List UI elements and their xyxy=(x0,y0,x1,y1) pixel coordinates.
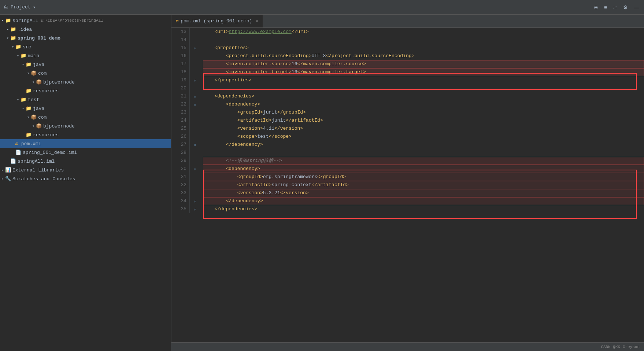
arrow-com: ▾ xyxy=(26,71,31,75)
icon-settings[interactable]: ⚙ xyxy=(622,4,629,11)
code-line-19: </properties> xyxy=(203,76,644,84)
arrow-idea: ▸ xyxy=(5,27,10,32)
code-line-28 xyxy=(203,149,644,157)
code-line-32: <artifactId>spring-context</artifactId> xyxy=(203,181,644,189)
title-bar: 🗂 Project ▾ ⊕ ≡ ⇌ ⚙ — xyxy=(0,0,644,15)
tree-item-com[interactable]: ▾ 📦 com xyxy=(0,69,171,78)
label-test-bjpowernode: bjpowernode xyxy=(43,123,75,129)
ln-31: 31 xyxy=(174,173,186,181)
tree-item-test-resources[interactable]: 📁 resources xyxy=(0,130,171,139)
ln-29: 29 xyxy=(174,157,186,165)
code-editor-wrapper: 13 14 15 16 17 18 19 20 21 22 23 24 25 2… xyxy=(171,28,644,342)
ln-28: 28 xyxy=(174,149,186,157)
tree-item-idea[interactable]: ▸ 📁 .idea xyxy=(0,25,171,34)
window-icon: 🗂 xyxy=(4,4,8,10)
tree-item-scratches[interactable]: ▸ 🔧 Scratches and Consoles xyxy=(0,174,171,183)
editor-area: m pom.xml (spring_001_demo) ✕ 13 14 15 1… xyxy=(171,15,644,351)
code-line-23: <groupId>junit</groupId> xyxy=(203,108,644,117)
code-content: 13 14 15 16 17 18 19 20 21 22 23 24 25 2… xyxy=(171,28,644,213)
code-line-35: </dependencies> xyxy=(203,205,644,213)
folder-icon-test-resources: 📁 xyxy=(26,132,32,138)
tree-item-java[interactable]: ▾ 📁 java xyxy=(0,60,171,69)
tab-label: pom.xml (spring_001_demo) xyxy=(181,18,252,24)
code-line-33: <version>5.3.21</version> xyxy=(203,189,644,197)
tree-item-spring001demo[interactable]: ▾ 📁 spring_001_demo xyxy=(0,34,171,43)
tree-item-bjpowernode[interactable]: ▾ 📦 bjpowernode xyxy=(0,78,171,86)
gutter-icon-19[interactable]: ⬦ xyxy=(190,76,200,84)
tree-item-spring001demo-iml[interactable]: 📄 spring_001_demo.iml xyxy=(0,148,171,157)
tree-item-springall[interactable]: ▾ 📁 springAll E:\IDEA\Projects\springAll xyxy=(0,16,171,25)
arrow-test: ▾ xyxy=(15,97,21,102)
label-main: main xyxy=(28,53,39,59)
line-numbers: 13 14 15 16 17 18 19 20 21 22 23 24 25 2… xyxy=(171,28,190,213)
label-springall: springAll xyxy=(12,18,38,23)
tree-item-test-bjpowernode[interactable]: ▾ 📦 bjpowernode xyxy=(0,122,171,130)
tab-bar: m pom.xml (spring_001_demo) ✕ xyxy=(171,15,644,28)
tree-item-pom-xml[interactable]: m pom.xml xyxy=(0,139,171,148)
title-bar-controls: ⊕ ≡ ⇌ ⚙ — xyxy=(592,4,640,11)
gutter-icon-15[interactable]: ⬦ xyxy=(190,44,200,52)
arrow-main: ▾ xyxy=(15,53,21,58)
code-line-16: <project.build.sourceEncoding>UTF-8</pro… xyxy=(203,52,644,60)
label-idea: .idea xyxy=(18,27,32,32)
project-tree: ▾ 📁 springAll E:\IDEA\Projects\springAll… xyxy=(0,15,171,351)
arrow-test-bjpowernode: ▾ xyxy=(31,124,36,128)
folder-icon-test: 📁 xyxy=(21,97,26,103)
folder-icon-spring001demo: 📁 xyxy=(10,35,16,41)
code-editor[interactable]: 13 14 15 16 17 18 19 20 21 22 23 24 25 2… xyxy=(171,28,644,213)
label-test-java: java xyxy=(33,106,44,111)
project-dropdown-icon[interactable]: ▾ xyxy=(33,4,36,10)
code-line-31: <groupId>org.springframework</groupId> xyxy=(203,173,644,181)
icon-minimize[interactable]: — xyxy=(632,4,640,11)
code-line-30: <dependency> xyxy=(203,165,644,173)
tab-pom-xml[interactable]: m pom.xml (spring_001_demo) ✕ xyxy=(171,15,263,27)
tree-item-test-com[interactable]: ▾ 📦 com xyxy=(0,113,171,122)
icon-locate[interactable]: ⊕ xyxy=(592,4,600,11)
tree-item-src[interactable]: ▾ 📁 src xyxy=(0,43,171,51)
main-layout: ▾ 📁 springAll E:\IDEA\Projects\springAll… xyxy=(0,15,644,351)
code-line-34: </dependency> xyxy=(203,197,644,205)
tree-item-test[interactable]: ▾ 📁 test xyxy=(0,95,171,104)
package-icon-com: 📦 xyxy=(31,70,37,76)
gutter-icon-22[interactable]: ⬦ xyxy=(190,100,200,108)
folder-icon-springall: 📁 xyxy=(5,18,11,23)
gutter-icon-34[interactable]: ⬦ xyxy=(190,197,200,205)
label-spring001demo: spring_001_demo xyxy=(18,36,60,41)
gutter-icon-27[interactable]: ⬦ xyxy=(190,141,200,149)
label-scratches: Scratches and Consoles xyxy=(12,176,75,182)
ln-24: 24 xyxy=(174,117,186,125)
ln-25: 25 xyxy=(174,125,186,133)
title-bar-left: 🗂 Project ▾ xyxy=(4,4,36,10)
tree-item-main[interactable]: ▾ 📁 main xyxy=(0,51,171,60)
tab-close-btn[interactable]: ✕ xyxy=(256,19,258,23)
watermark: CSDN @KK-Greyson xyxy=(601,345,640,349)
tree-item-test-java[interactable]: ▾ 📁 java xyxy=(0,104,171,113)
tree-item-external-libraries[interactable]: ▸ 📊 External Libraries xyxy=(0,166,171,174)
code-line-18: <maven.compiler.target>16</maven.compile… xyxy=(203,68,644,76)
gutter-icon-35[interactable]: ⬦ xyxy=(190,205,200,213)
gutter-icon-21[interactable]: ⬦ xyxy=(190,92,200,100)
path-springall: E:\IDEA\Projects\springAll xyxy=(40,18,103,23)
folder-icon-test-java: 📁 xyxy=(26,106,32,111)
tree-item-springall-iml[interactable]: 📄 springAll.iml xyxy=(0,157,171,166)
ln-26: 26 xyxy=(174,133,186,141)
label-resources: resources xyxy=(33,88,59,94)
folder-icon-resources: 📁 xyxy=(26,88,32,94)
code-line-22: <dependency> xyxy=(203,100,644,108)
ln-33: 33 xyxy=(174,189,186,197)
tree-item-resources[interactable]: 📁 resources xyxy=(0,86,171,95)
ln-22: 22 xyxy=(174,100,186,108)
gutter-icon-30[interactable]: ⬦ xyxy=(190,165,200,173)
ln-27: 27 xyxy=(174,141,186,149)
code-line-15: <properties> xyxy=(203,44,644,52)
code-line-13: <url>http://www.example.com</url> xyxy=(203,28,644,36)
label-springall-iml: springAll.iml xyxy=(18,159,55,164)
icon-collapse-all[interactable]: ≡ xyxy=(603,4,608,11)
ln-20: 20 xyxy=(174,84,186,92)
sidebar: ▾ 📁 springAll E:\IDEA\Projects\springAll… xyxy=(0,15,171,351)
icon-expand[interactable]: ⇌ xyxy=(611,4,619,11)
label-test-resources: resources xyxy=(33,132,59,138)
ln-35: 35 xyxy=(174,205,186,213)
iml-icon-spring001demo: 📄 xyxy=(15,149,21,155)
arrow-test-com: ▾ xyxy=(26,115,31,119)
